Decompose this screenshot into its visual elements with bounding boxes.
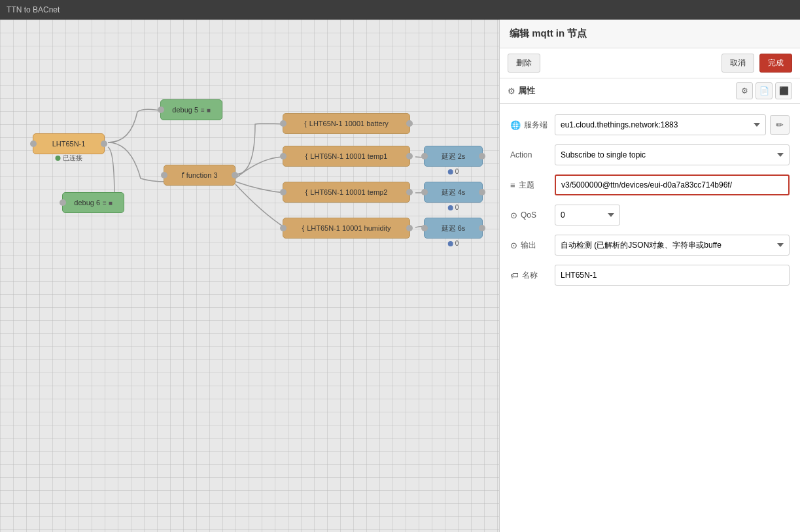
output-label: ⊙ 输出	[510, 240, 549, 251]
node-label-battery: LHT65N-1 10001 battery	[309, 120, 389, 127]
port-right-delay6s	[479, 225, 485, 231]
func3-italic-icon: f	[181, 171, 183, 180]
node-label-humidity: LHT65N-1 10001 humidity	[307, 224, 391, 232]
port-left-lht65n1	[30, 141, 37, 147]
temp1-brace-left: {	[305, 152, 308, 160]
output-icon: ⊙	[510, 241, 517, 250]
name-input[interactable]	[555, 265, 790, 286]
main-content: LHT65N-1 已连接 debug 5 ≡ ■ debug 6 ≡ ■ f f…	[0, 20, 800, 532]
panel-tabs: ⚙ 属性 ⚙ 📄 ⬛	[500, 78, 800, 104]
node-battery[interactable]: { LHT65N-1 10001 battery	[283, 113, 410, 134]
done-button[interactable]: 完成	[759, 54, 792, 73]
port-right-temp1	[406, 153, 413, 159]
topic-icon: ≡	[510, 180, 515, 190]
port-left-delay2s	[421, 153, 428, 159]
properties-tab-label: 属性	[518, 85, 535, 97]
node-debug5[interactable]: debug 5 ≡ ■	[160, 99, 222, 120]
port-right-humidity	[406, 225, 413, 231]
port-left-temp1	[280, 153, 287, 159]
node-delay4s[interactable]: 延迟 4s 0	[424, 182, 483, 203]
server-select[interactable]: eu1.cloud.thethings.network:1883	[555, 114, 766, 135]
server-globe-icon: 🌐	[510, 120, 521, 130]
node-humidity[interactable]: { LHT65N-1 10001 humidity	[283, 218, 410, 239]
node-label-delay2s: 延迟 2s	[442, 152, 466, 161]
tab-icon-description[interactable]: 📄	[756, 82, 773, 99]
port-right-lht65n1	[101, 141, 107, 147]
node-label-delay4s: 延迟 4s	[442, 188, 466, 197]
port-left-humidity	[280, 225, 287, 231]
port-right-delay4s	[479, 189, 485, 195]
topic-input[interactable]	[555, 175, 790, 195]
port-left-battery	[280, 120, 287, 127]
qos-label: ⊙ QoS	[510, 210, 549, 220]
node-label-temp1: LHT65N-1 10001 temp1	[310, 152, 387, 160]
right-panel: 编辑 mqtt in 节点 删除 取消 完成 ⚙ 属性 ⚙ 📄 ⬛ 🌐	[499, 20, 800, 532]
qos-icon: ⊙	[510, 210, 517, 220]
status-dot-lht65n1	[56, 156, 61, 161]
output-select[interactable]: 自动检测 (已解析的JSON对象、字符串或buffe	[555, 235, 790, 256]
action-row: Action Subscribe to single topic	[510, 144, 790, 165]
port-right-delay2s	[479, 153, 485, 159]
humidity-brace-left: {	[302, 224, 304, 232]
action-select[interactable]: Subscribe to single topic	[555, 144, 790, 165]
top-bar: TTN to BACnet	[0, 0, 800, 20]
port-right-battery	[406, 120, 413, 127]
tab-icon-settings[interactable]: ⚙	[736, 82, 753, 99]
node-label-debug6: debug 6	[74, 199, 100, 207]
node-status-delay6s: 0	[448, 240, 459, 247]
topic-label: ≡ 主题	[510, 180, 549, 191]
port-left-delay6s	[421, 225, 428, 231]
port-left-temp2	[280, 189, 287, 195]
debug6-icon: ≡ ■	[103, 199, 113, 207]
node-label-debug5: debug 5	[172, 106, 198, 114]
temp2-brace-left: {	[305, 188, 308, 196]
qos-row: ⊙ QoS 0	[510, 205, 790, 225]
connections-svg	[0, 20, 499, 532]
node-lht65n1-input[interactable]: LHT65N-1 已连接	[33, 133, 105, 154]
debug5-icon: ≡ ■	[201, 107, 211, 114]
server-edit-button[interactable]: ✏	[770, 115, 790, 135]
port-left-func3	[161, 172, 167, 178]
name-tag-icon: 🏷	[510, 271, 519, 280]
page-title: TTN to BACnet	[7, 5, 60, 14]
panel-toolbar: 删除 取消 完成	[500, 48, 800, 78]
node-label-temp2: LHT65N-1 10001 temp2	[310, 188, 387, 196]
cancel-button[interactable]: 取消	[722, 54, 754, 73]
node-temp2[interactable]: { LHT65N-1 10001 temp2	[283, 182, 410, 203]
node-temp1[interactable]: { LHT65N-1 10001 temp1	[283, 146, 410, 167]
node-delay2s[interactable]: 延迟 2s 0	[424, 146, 483, 167]
node-label-delay6s: 延迟 6s	[442, 224, 466, 233]
node-delay6s[interactable]: 延迟 6s 0	[424, 218, 483, 239]
panel-header: 编辑 mqtt in 节点	[500, 20, 800, 48]
port-left-debug5	[158, 107, 164, 113]
node-label-func3: function 3	[186, 171, 218, 179]
tab-icon-export[interactable]: ⬛	[775, 82, 792, 99]
topic-row: ≡ 主题	[510, 175, 790, 195]
battery-brace-left: {	[304, 120, 307, 127]
gear-icon: ⚙	[508, 86, 515, 96]
name-label: 🏷 名称	[510, 270, 549, 281]
panel-form: 🌐 服务端 eu1.cloud.thethings.network:1883 ✏…	[500, 104, 800, 532]
output-row: ⊙ 输出 自动检测 (已解析的JSON对象、字符串或buffe	[510, 235, 790, 256]
status-dot-delay6s	[448, 241, 453, 246]
node-label-lht65n1: LHT65N-1	[52, 140, 86, 148]
name-row: 🏷 名称	[510, 265, 790, 286]
server-input-row: eu1.cloud.thethings.network:1883 ✏	[555, 114, 790, 135]
server-label: 🌐 服务端	[510, 120, 549, 131]
tab-icons: ⚙ 📄 ⬛	[736, 82, 792, 99]
delete-button[interactable]: 删除	[508, 54, 540, 73]
node-status-lht65n1: 已连接	[56, 154, 82, 163]
node-status-delay2s: 0	[448, 168, 459, 175]
status-dot-delay4s	[448, 205, 453, 210]
canvas-area[interactable]: LHT65N-1 已连接 debug 5 ≡ ■ debug 6 ≡ ■ f f…	[0, 20, 499, 532]
node-function3[interactable]: f function 3	[164, 165, 235, 186]
port-right-temp2	[406, 189, 413, 195]
action-label: Action	[510, 150, 549, 159]
port-left-debug6	[60, 199, 66, 206]
panel-title: 编辑 mqtt in 节点	[510, 27, 587, 39]
port-left-delay4s	[421, 189, 428, 195]
node-status-delay4s: 0	[448, 204, 459, 211]
qos-select[interactable]: 0	[555, 205, 620, 225]
port-right-func3	[232, 172, 238, 178]
node-debug6[interactable]: debug 6 ≡ ■	[62, 192, 124, 213]
